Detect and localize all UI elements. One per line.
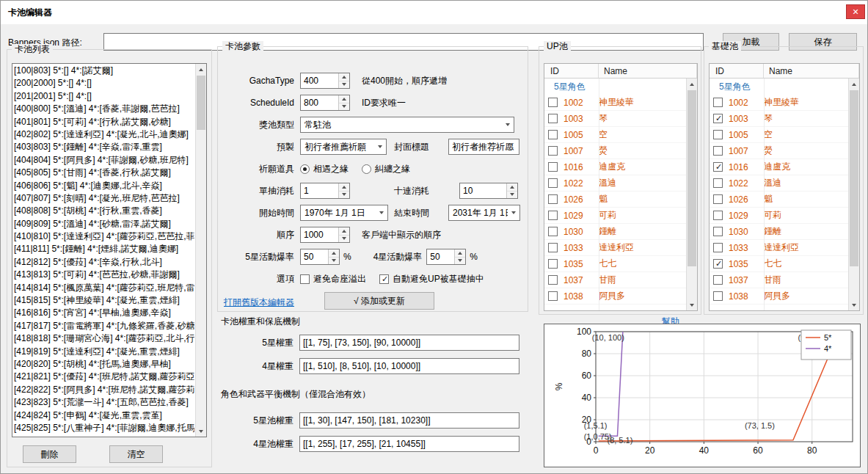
list-item[interactable]: [414|814] 5*:[楓原萬葉] 4*:[蘿莎莉亞,班尼特,雷澤]	[14, 282, 194, 294]
pool-type-select[interactable]: 常駐池	[300, 117, 514, 133]
spin-down-button[interactable]	[339, 81, 349, 89]
close-button[interactable]: ✕	[846, 4, 865, 19]
row-checkbox[interactable]	[713, 259, 723, 269]
spin-up-button[interactable]	[329, 249, 339, 257]
row-checkbox[interactable]	[548, 194, 558, 204]
row-checkbox[interactable]	[548, 227, 558, 236]
row-checkbox[interactable]	[713, 130, 723, 139]
scrollbar-thumb[interactable]	[688, 90, 696, 266]
list-item[interactable]: [408|808] 5*:[胡桃] 4*:[行秋,重雲,香菱]	[14, 205, 194, 217]
list-item[interactable]: [420|820] 5*:[胡桃] 4*:[托馬,迪奧娜,早柚]	[14, 358, 194, 371]
row-checkbox[interactable]	[713, 114, 723, 123]
scrollbar-thumb[interactable]	[850, 90, 858, 266]
five-star-rate-spinner[interactable]: 50	[300, 249, 340, 265]
spin-up-button[interactable]	[507, 183, 517, 191]
row-checkbox[interactable]	[548, 275, 558, 285]
add-or-update-button[interactable]: √ 添加或更新	[324, 292, 434, 310]
end-time-picker[interactable]: 2031年 1月 1日	[448, 205, 520, 221]
list-item[interactable]: [410|810] 5*:[達達利亞] 4*:[蘿莎莉亞,芭芭拉,菲謝爾]	[14, 230, 194, 243]
table-row[interactable]: 1035七七	[710, 256, 848, 272]
table-row[interactable]: 1038阿貝多	[544, 288, 686, 305]
table-row[interactable]: 1033達達利亞	[710, 240, 848, 256]
list-item[interactable]: [100|803] 5*:[] 4*:[諾艾爾]	[14, 65, 194, 77]
wish-item-radio-intertwined[interactable]	[362, 164, 371, 174]
spin-up-button[interactable]	[339, 227, 349, 235]
avoid-constellation-overflow-checkbox[interactable]	[300, 274, 310, 284]
list-item[interactable]: [200|2000] 5*:[] 4*:[]	[14, 77, 194, 90]
scroll-up-button[interactable]	[687, 79, 697, 90]
list-item[interactable]: [424|824] 5*:[申鶴] 4*:[凝光,重雲,雲堇]	[14, 409, 194, 422]
start-time-picker[interactable]: 1970年 1月 1日	[300, 205, 388, 221]
row-checkbox[interactable]	[548, 211, 558, 220]
row-checkbox[interactable]	[548, 146, 558, 156]
table-row[interactable]: 1030鍾離	[544, 224, 686, 240]
spin-up-button[interactable]	[455, 249, 465, 257]
list-item[interactable]: [406|806] 5*:[魈] 4*:[迪奧娜,北斗,辛焱]	[14, 180, 194, 192]
gachatype-spinner[interactable]: 400	[300, 73, 350, 89]
table-row[interactable]: 1026魈	[544, 192, 686, 208]
spin-down-button[interactable]	[455, 257, 465, 265]
table-row[interactable]: 1016迪盧克	[710, 159, 848, 175]
list-item[interactable]: [413|813] 5*:[可莉] 4*:[芭芭拉,砂糖,菲謝爾]	[14, 269, 194, 281]
table-row[interactable]: 1029可莉	[544, 208, 686, 224]
list-item[interactable]: [407|807] 5*:[刻晴] 4*:[凝光,班尼特,芭芭拉]	[14, 192, 194, 205]
pool-listbox[interactable]: [100|803] 5*:[] 4*:[諾艾爾][200|2000] 5*:[]…	[12, 63, 207, 437]
auto-avoid-up-checkbox[interactable]	[379, 274, 389, 284]
spin-up-button[interactable]	[339, 73, 349, 81]
ten-cost-spinner[interactable]: 10	[459, 183, 518, 199]
list-item[interactable]: [405|805] 5*:[甘雨] 4*:[香菱,行秋,諾艾爾]	[14, 167, 194, 179]
row-checkbox[interactable]	[713, 162, 723, 172]
table-row[interactable]: 1022溫迪	[710, 175, 848, 192]
list-item[interactable]: [404|804] 5*:[阿貝多] 4*:[菲謝爾,砂糖,班尼特]	[14, 154, 194, 167]
scrollbar[interactable]	[195, 64, 206, 437]
list-item[interactable]: [415|815] 5*:[神里綾華] 4*:[凝光,重雲,煙緋]	[14, 294, 194, 307]
table-row[interactable]: 1007熒	[544, 143, 686, 159]
table-row[interactable]: 1035七七	[544, 256, 686, 272]
list-item[interactable]: [422|822] 5*:[阿貝多] 4*:[班尼特,諾艾爾,蘿莎莉亞]	[14, 384, 194, 396]
preset-select[interactable]: 初行者推薦祈願	[300, 139, 387, 155]
row-checkbox[interactable]	[713, 146, 723, 156]
row-checkbox[interactable]	[548, 243, 558, 252]
list-item[interactable]: [400|800] 5*:[溫迪] 4*:[香菱,菲謝爾,芭芭拉]	[14, 103, 194, 115]
list-item[interactable]: [423|823] 5*:[荒瀧一斗] 4*:[五郎,芭芭拉,香菱]	[14, 396, 194, 409]
list-item[interactable]: [417|817] 5*:[雷電將軍] 4*:[九條裟羅,香菱,砂糖]	[14, 320, 194, 332]
table-row[interactable]: 1030鍾離	[710, 224, 848, 240]
scroll-down-button[interactable]	[849, 299, 859, 310]
five-star-pool-weight-input[interactable]	[299, 412, 519, 429]
row-checkbox[interactable]	[713, 178, 723, 188]
list-item[interactable]: [403|803] 5*:[鍾離] 4*:[辛焱,雷澤,重雲]	[14, 141, 194, 153]
scroll-up-button[interactable]	[196, 64, 206, 75]
table-row[interactable]: 1007熒	[710, 143, 848, 159]
row-checkbox[interactable]	[713, 227, 723, 236]
scrollbar[interactable]	[848, 79, 859, 310]
table-row[interactable]: 1002神里綾華	[544, 95, 686, 111]
table-row[interactable]: 1002神里綾華	[710, 95, 848, 111]
list-item[interactable]: [402|802] 5*:[達達利亞] 4*:[凝光,北斗,迪奧娜]	[14, 128, 194, 141]
spin-down-button[interactable]	[329, 257, 339, 265]
scroll-up-button[interactable]	[849, 79, 859, 90]
table-row[interactable]: 1005空	[544, 127, 686, 143]
table-row[interactable]: 1022溫迪	[544, 175, 686, 192]
sort-spinner[interactable]: 1000	[300, 227, 350, 243]
row-checkbox[interactable]	[548, 259, 558, 269]
spin-up-button[interactable]	[339, 95, 349, 103]
list-item[interactable]: [409|809] 5*:[溫迪] 4*:[砂糖,雷澤,諾艾爾]	[14, 218, 194, 230]
delete-button[interactable]: 刪除	[23, 445, 76, 463]
four-star-rate-spinner[interactable]: 50	[426, 249, 466, 265]
row-checkbox[interactable]	[713, 194, 723, 204]
row-checkbox[interactable]	[548, 114, 558, 123]
table-row[interactable]: 1029可莉	[710, 208, 848, 224]
table-row[interactable]: 1003琴	[710, 111, 848, 127]
row-checkbox[interactable]	[713, 211, 723, 220]
list-item[interactable]: [416|816] 5*:[宵宮] 4*:[早柚,迪奧娜,辛焱]	[14, 307, 194, 319]
list-item[interactable]: [419|819] 5*:[達達利亞] 4*:[凝光,重雲,煙緋]	[14, 346, 194, 358]
four-star-weight-input[interactable]	[299, 358, 519, 374]
five-star-weight-input[interactable]	[299, 335, 519, 351]
row-checkbox[interactable]	[713, 98, 723, 107]
list-item[interactable]: [425|825] 5*:[八重神子] 4*:[菲謝爾,迪奧娜,托馬]	[14, 422, 194, 434]
table-row[interactable]: 1026魈	[710, 192, 848, 208]
row-checkbox[interactable]	[548, 291, 558, 301]
table-row[interactable]: 1016迪盧克	[544, 159, 686, 175]
row-checkbox[interactable]	[713, 291, 723, 301]
scrollbar[interactable]	[686, 79, 697, 310]
